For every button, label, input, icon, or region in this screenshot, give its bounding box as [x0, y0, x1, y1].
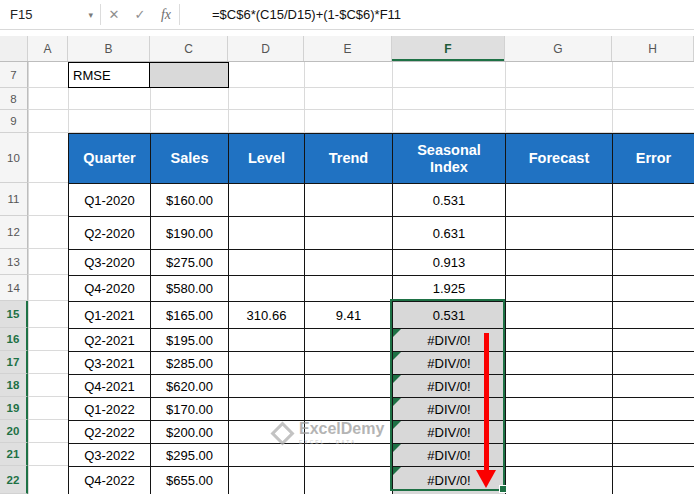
cell-sales[interactable]: $580.00 [151, 276, 229, 302]
cell-quarter[interactable]: Q3-2020 [69, 250, 151, 276]
row-header-17[interactable]: 17 [0, 351, 28, 374]
cell-forecast[interactable] [506, 276, 613, 302]
cell-level[interactable] [229, 375, 305, 398]
enter-icon[interactable]: ✓ [127, 0, 153, 29]
cell-forecast[interactable] [506, 250, 613, 276]
column-header-H[interactable]: H [612, 36, 694, 61]
cell-error[interactable] [613, 217, 694, 250]
cell-forecast[interactable] [506, 217, 613, 250]
row-header-22[interactable]: 22 [0, 466, 28, 494]
formula-input[interactable]: =$C$6*(C15/D15)+(1-$C$6)*F11 [180, 0, 694, 29]
cell-trend[interactable] [305, 421, 393, 444]
cell-sales[interactable]: $655.00 [151, 467, 229, 494]
cell-level[interactable] [229, 421, 305, 444]
row-header-13[interactable]: 13 [0, 249, 28, 275]
cell-sales[interactable]: $285.00 [151, 352, 229, 375]
header-seasonal[interactable]: Seasonal Index [393, 134, 506, 184]
cell-forecast[interactable] [506, 302, 613, 329]
column-header-A[interactable]: A [28, 36, 68, 61]
cell-error[interactable] [613, 184, 694, 217]
cell-level[interactable] [229, 352, 305, 375]
cell-sales[interactable]: $195.00 [151, 329, 229, 352]
row-header-20[interactable]: 20 [0, 420, 28, 443]
column-header-G[interactable]: G [505, 36, 612, 61]
row-header-21[interactable]: 21 [0, 443, 28, 466]
cell-seasonal[interactable]: 0.913 [393, 250, 506, 276]
cell-sales[interactable]: $165.00 [151, 302, 229, 329]
header-error[interactable]: Error [613, 134, 694, 184]
cell-trend[interactable] [305, 250, 393, 276]
cell-sales[interactable]: $620.00 [151, 375, 229, 398]
cell-sales[interactable]: $170.00 [151, 398, 229, 421]
column-header-C[interactable]: C [150, 36, 228, 61]
cell-sales[interactable]: $160.00 [151, 184, 229, 217]
cancel-icon[interactable]: ✕ [101, 0, 127, 29]
column-header-E[interactable]: E [304, 36, 392, 61]
cell-error[interactable] [613, 375, 694, 398]
cell-trend[interactable] [305, 276, 393, 302]
cell-trend[interactable] [305, 398, 393, 421]
cell-trend[interactable]: 9.41 [305, 302, 393, 329]
row-header-10[interactable]: 10 [0, 133, 28, 183]
fill-handle[interactable] [499, 485, 507, 493]
column-header-F[interactable]: F [392, 36, 505, 61]
cell-quarter[interactable]: Q4-2021 [69, 375, 151, 398]
cell-rmse-value[interactable] [150, 62, 229, 88]
cell-quarter[interactable]: Q1-2020 [69, 184, 151, 217]
row-header-15[interactable]: 15 [0, 301, 28, 328]
cell-error[interactable] [613, 329, 694, 352]
cell-forecast[interactable] [506, 421, 613, 444]
cell-sales[interactable]: $190.00 [151, 217, 229, 250]
cell-quarter[interactable]: Q2-2021 [69, 329, 151, 352]
row-header-12[interactable]: 12 [0, 216, 28, 249]
cell-level[interactable] [229, 467, 305, 494]
header-level[interactable]: Level [229, 134, 305, 184]
cell-seasonal-error[interactable]: #DIV/0! [393, 421, 506, 444]
cell-forecast[interactable] [506, 184, 613, 217]
cell-trend[interactable] [305, 352, 393, 375]
cell-forecast[interactable] [506, 375, 613, 398]
header-trend[interactable]: Trend [305, 134, 393, 184]
cell-level[interactable] [229, 250, 305, 276]
cell-seasonal-error[interactable]: #DIV/0! [393, 444, 506, 467]
cell-sales[interactable]: $275.00 [151, 250, 229, 276]
cell-level[interactable] [229, 184, 305, 217]
select-all-corner[interactable] [0, 36, 28, 61]
column-header-B[interactable]: B [68, 36, 150, 61]
cell-forecast[interactable] [506, 398, 613, 421]
row-header-8[interactable]: 8 [0, 88, 28, 110]
cell-level[interactable] [229, 444, 305, 467]
cell-quarter[interactable]: Q2-2022 [69, 421, 151, 444]
cell-sales[interactable]: $200.00 [151, 421, 229, 444]
cell-level[interactable] [229, 398, 305, 421]
cell-seasonal-active[interactable]: 0.531 [393, 302, 506, 329]
cell-rmse-label[interactable]: RMSE [68, 62, 150, 88]
insert-function-icon[interactable]: fx [153, 0, 179, 29]
cell-quarter[interactable]: Q4-2022 [69, 467, 151, 494]
row-header-7[interactable]: 7 [0, 62, 28, 88]
cell-sales[interactable]: $295.00 [151, 444, 229, 467]
cell-level[interactable] [229, 217, 305, 250]
cell-level[interactable] [229, 276, 305, 302]
name-box-dropdown-icon[interactable]: ▾ [81, 10, 100, 20]
column-header-D[interactable]: D [228, 36, 304, 61]
row-header-11[interactable]: 11 [0, 183, 28, 216]
header-quarter[interactable]: Quarter [69, 134, 151, 184]
cell-level[interactable]: 310.66 [229, 302, 305, 329]
cell-quarter[interactable]: Q4-2020 [69, 276, 151, 302]
cell-quarter[interactable]: Q3-2021 [69, 352, 151, 375]
cell-seasonal[interactable]: 0.631 [393, 217, 506, 250]
row-header-16[interactable]: 16 [0, 328, 28, 351]
row-header-19[interactable]: 19 [0, 397, 28, 420]
cell-error[interactable] [613, 302, 694, 329]
name-box[interactable]: F15 ▾ [0, 0, 100, 29]
cell-trend[interactable] [305, 217, 393, 250]
cell-seasonal-error[interactable]: #DIV/0! [393, 375, 506, 398]
cell-error[interactable] [613, 421, 694, 444]
row-header-18[interactable]: 18 [0, 374, 28, 397]
cell-forecast[interactable] [506, 467, 613, 494]
cell-error[interactable] [613, 467, 694, 494]
cell-quarter[interactable]: Q3-2022 [69, 444, 151, 467]
cell-error[interactable] [613, 250, 694, 276]
cell-error[interactable] [613, 444, 694, 467]
